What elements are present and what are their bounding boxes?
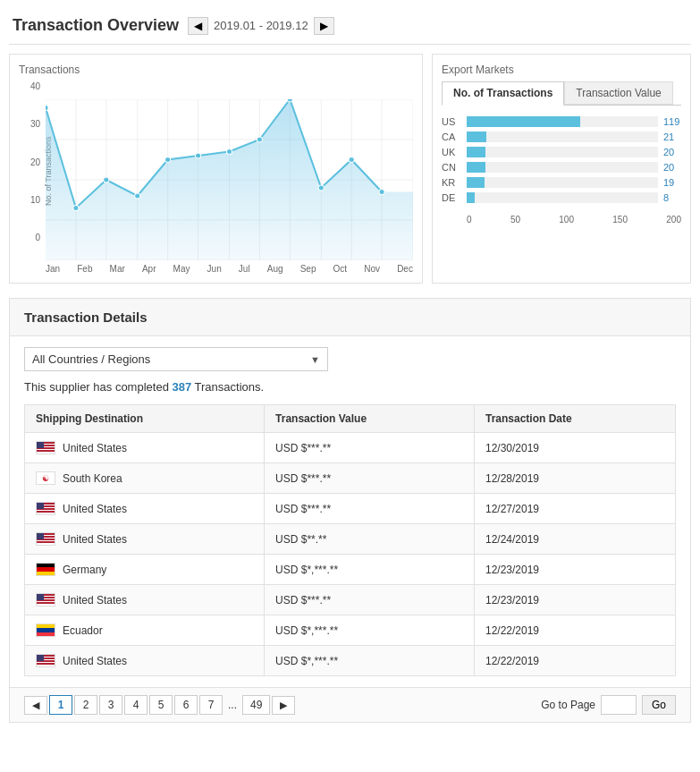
transaction-value: USD $***.** [265, 433, 475, 463]
next-date-button[interactable]: ▶ [314, 17, 334, 35]
x-axis: Jan Feb Mar Apr May Jun Jul Aug Sep Oct … [46, 264, 413, 274]
transaction-date: 12/24/2019 [474, 524, 675, 555]
go-to-page: Go to Page Go [541, 695, 676, 715]
bar-x-axis: 0 50 100 150 200 [467, 215, 681, 225]
chart-title: Transactions [19, 64, 413, 76]
page-ellipsis: ... [224, 696, 240, 714]
country-filter-select[interactable]: All Countries / Regions ▼ [24, 347, 328, 371]
tab-value[interactable]: Transaction Value [564, 81, 672, 105]
bar-row-ca: CA 21 [442, 131, 681, 142]
page-wrapper: Transaction Overview ◀ 2019.01 - 2019.12… [0, 0, 700, 772]
table-row: United StatesUSD $***.**12/27/2019 [25, 494, 676, 524]
svg-point-21 [135, 193, 140, 199]
transaction-count: 387 [172, 380, 191, 394]
go-to-input[interactable] [601, 695, 637, 715]
svg-point-18 [46, 106, 48, 111]
col-date: Transaction Date [474, 405, 675, 433]
details-body: All Countries / Regions ▼ This supplier … [10, 336, 690, 687]
details-section-title: Transaction Details [10, 299, 690, 336]
dropdown-arrow-icon: ▼ [310, 354, 320, 365]
go-to-label: Go to Page [541, 699, 595, 711]
flag-icon [36, 441, 55, 454]
prev-date-button[interactable]: ◀ [188, 17, 208, 35]
transaction-date: 12/22/2019 [474, 646, 675, 676]
col-value: Transaction Value [265, 405, 475, 433]
bar-row-uk: UK 20 [442, 147, 681, 157]
transaction-date: 12/28/2019 [474, 463, 675, 494]
destination-name: South Korea [63, 472, 122, 485]
destination-name: United States [63, 442, 127, 454]
filter-label: All Countries / Regions [32, 352, 150, 366]
page-5-button[interactable]: 5 [149, 695, 173, 715]
bar-chart: US 119 CA 21 UK [442, 113, 681, 211]
top-section: Transactions 40 30 20 10 0 No. of Transa… [9, 54, 691, 284]
export-markets: Export Markets No. of Transactions Trans… [432, 54, 691, 284]
table-row: GermanyUSD $*,***.**12/23/2019 [25, 555, 676, 585]
date-range: 2019.01 - 2019.12 [214, 19, 308, 32]
destination-name: United States [63, 594, 127, 607]
prev-page-button[interactable]: ◀ [24, 696, 47, 715]
transaction-date: 12/22/2019 [474, 615, 675, 646]
table-row: South KoreaUSD $***.**12/28/2019 [25, 463, 676, 494]
table-row: United StatesUSD $**.**12/24/2019 [25, 524, 676, 555]
transaction-details-section: Transaction Details All Countries / Regi… [9, 298, 691, 723]
destination-name: United States [63, 533, 127, 546]
page-3-button[interactable]: 3 [99, 695, 122, 715]
page-last-button[interactable]: 49 [242, 695, 270, 715]
page-6-button[interactable]: 6 [174, 695, 198, 715]
chart-area: 40 30 20 10 0 No. of Transactions [19, 81, 413, 260]
page-2-button[interactable]: 2 [74, 695, 97, 715]
destination-name: Germany [63, 564, 106, 576]
page-1-button[interactable]: 1 [49, 695, 72, 715]
transactions-chart: Transactions 40 30 20 10 0 No. of Transa… [9, 54, 423, 284]
transaction-value: USD $***.** [265, 585, 475, 615]
transaction-date: 12/23/2019 [474, 555, 675, 585]
bar-row-cn: CN 20 [442, 162, 681, 173]
page-7-button[interactable]: 7 [199, 695, 223, 715]
filter-row: All Countries / Regions ▼ [24, 347, 676, 371]
transaction-date: 12/30/2019 [474, 433, 675, 463]
flag-icon [36, 471, 55, 485]
destination-name: Ecuador [63, 624, 103, 637]
bar-row-us: US 119 [442, 116, 681, 127]
chart-svg-container [46, 99, 413, 260]
next-page-button[interactable]: ▶ [272, 696, 295, 715]
transaction-date: 12/23/2019 [474, 585, 675, 615]
flag-icon [36, 563, 55, 576]
col-destination: Shipping Destination [25, 405, 265, 433]
destination-name: United States [63, 503, 127, 515]
bar-row-de: DE 8 [442, 192, 681, 203]
svg-point-19 [73, 206, 79, 211]
transaction-value: USD $*,***.** [265, 615, 475, 646]
page-title: Transaction Overview [13, 16, 179, 35]
transaction-value: USD $*,***.** [265, 555, 475, 585]
bar-row-kr: KR 19 [442, 177, 681, 188]
go-button[interactable]: Go [642, 695, 676, 715]
flag-icon [36, 624, 55, 637]
transaction-value: USD $*,***.** [265, 646, 475, 676]
transaction-value: USD $***.** [265, 494, 475, 524]
svg-point-29 [379, 190, 384, 195]
svg-point-26 [287, 99, 292, 102]
table-row: United StatesUSD $***.**12/30/2019 [25, 433, 676, 463]
summary-text: This supplier has completed 387 Transact… [24, 380, 676, 394]
svg-point-28 [349, 157, 354, 163]
table-header-row: Shipping Destination Transaction Value T… [25, 405, 676, 433]
table-row: United StatesUSD $*,***.**12/22/2019 [25, 646, 676, 676]
line-chart-svg [46, 99, 413, 260]
flag-icon [36, 532, 55, 546]
date-navigation: ◀ 2019.01 - 2019.12 ▶ [188, 17, 334, 35]
svg-point-22 [165, 157, 171, 163]
transaction-table: Shipping Destination Transaction Value T… [24, 404, 676, 676]
y-axis: 40 30 20 10 0 [19, 81, 44, 242]
tab-transactions[interactable]: No. of Transactions [442, 81, 564, 106]
transaction-value: USD $**.** [265, 524, 475, 555]
pagination: ◀ 1 2 3 4 5 6 7 ... 49 ▶ [24, 695, 295, 715]
svg-point-23 [195, 153, 200, 158]
export-markets-title: Export Markets [442, 64, 681, 76]
page-4-button[interactable]: 4 [124, 695, 148, 715]
svg-point-24 [226, 149, 232, 155]
flag-icon [36, 593, 55, 607]
svg-point-20 [104, 177, 109, 182]
svg-point-27 [318, 185, 324, 191]
